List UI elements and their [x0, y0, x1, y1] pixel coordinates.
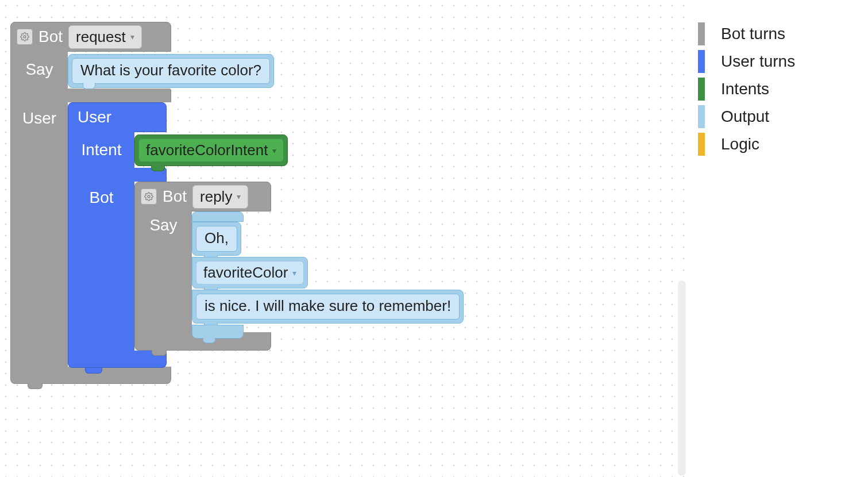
output-top-cap [192, 211, 244, 222]
block-bot-title: Bot [38, 28, 63, 46]
legend-label: Output [721, 107, 769, 126]
svg-point-0 [24, 36, 26, 38]
swatch-intents [698, 78, 705, 101]
legend-logic[interactable]: Logic [698, 130, 859, 158]
swatch-output [698, 105, 705, 128]
dropdown-intent[interactable]: favoriteColorIntent ▾ [138, 139, 284, 162]
legend-intents[interactable]: Intents [698, 75, 859, 103]
category-legend: Bot turns User turns Intents Output Logi… [698, 20, 859, 158]
connector-tab [152, 350, 167, 356]
block-user-header[interactable]: User [68, 102, 167, 132]
dropdown-bot-type[interactable]: request ▾ [68, 25, 142, 49]
output-text-part1[interactable]: Oh, [192, 222, 241, 256]
chevron-down-icon: ▾ [292, 268, 296, 278]
user-slot-label: User [22, 109, 56, 128]
text-chip-question[interactable]: What is your favorite color? [72, 58, 270, 84]
svg-point-1 [148, 195, 150, 198]
legend-user-turns[interactable]: User turns [698, 48, 859, 75]
block-user-title: User [78, 108, 111, 126]
legend-label: Bot turns [721, 25, 785, 43]
gear-icon[interactable] [141, 189, 157, 205]
block-bot-separator [10, 89, 171, 102]
intent-label: Intent [81, 141, 121, 159]
dropdown-intent-value: favoriteColorIntent [146, 141, 268, 159]
output-say-reply-stack[interactable]: Oh, favoriteColor ▾ is nice. I will make… [192, 211, 464, 338]
swatch-user-turns [698, 50, 705, 73]
legend-label: User turns [721, 52, 795, 71]
block-user-bot-label-cell: Bot [68, 180, 134, 352]
dropdown-bot-reply-type-value: reply [200, 188, 232, 206]
gear-icon[interactable] [17, 29, 33, 45]
dropdown-variable-value: favoriteColor [203, 264, 288, 282]
legend-output[interactable]: Output [698, 103, 859, 130]
block-bot-user-label-cell: User [10, 102, 68, 368]
chevron-down-icon: ▾ [130, 32, 134, 41]
say-label: Say [25, 60, 53, 79]
legend-label: Intents [721, 80, 769, 98]
text-chip-part2[interactable]: is nice. I will make sure to remember! [196, 294, 460, 320]
output-text-part2[interactable]: is nice. I will make sure to remember! [192, 290, 464, 324]
block-bot-reply-title: Bot [163, 187, 187, 206]
chevron-down-icon: ▾ [237, 192, 241, 201]
block-user-intent-label-cell: Intent [68, 131, 134, 169]
say-label: Say [149, 216, 177, 234]
output-say-question[interactable]: What is your favorite color? [68, 54, 274, 88]
bot-slot-label: Bot [89, 189, 113, 207]
connector-tab [85, 368, 102, 374]
dropdown-bot-type-value: request [76, 28, 126, 46]
dropdown-variable[interactable]: favoriteColor ▾ [196, 261, 304, 284]
legend-label: Logic [721, 135, 759, 153]
output-variable[interactable]: favoriteColor ▾ [192, 257, 308, 288]
block-bot-reply-header[interactable]: Bot reply ▾ [134, 182, 271, 211]
block-bot-request-header[interactable]: Bot request ▾ [10, 22, 171, 52]
block-intent[interactable]: favoriteColorIntent ▾ [134, 134, 288, 166]
block-bot-say-label-cell: Say [10, 51, 68, 89]
block-bot-reply-say-cell: Say [134, 210, 192, 333]
swatch-bot-turns [698, 22, 705, 45]
blockly-canvas[interactable]: Bot request ▾ Say User What is your favo… [0, 0, 692, 477]
dropdown-bot-reply-type[interactable]: reply ▾ [192, 185, 248, 209]
legend-bot-turns[interactable]: Bot turns [698, 20, 859, 48]
scrollbar-vertical[interactable] [678, 280, 686, 476]
text-chip-part1[interactable]: Oh, [196, 226, 237, 252]
connector-tab [28, 383, 43, 389]
output-bottom-cap [192, 325, 244, 338]
swatch-logic [698, 133, 705, 156]
chevron-down-icon: ▾ [272, 146, 276, 155]
